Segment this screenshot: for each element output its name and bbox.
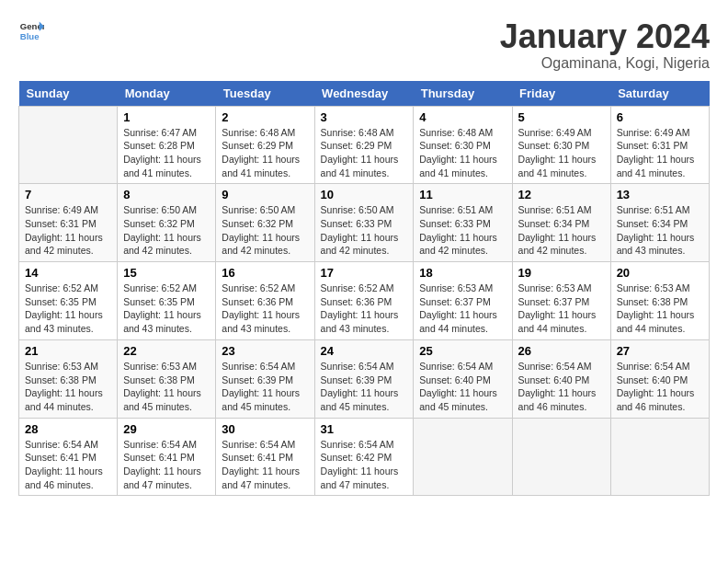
day-number: 13	[617, 188, 703, 201]
day-number: 29	[123, 422, 210, 436]
day-info: Sunrise: 6:54 AM Sunset: 6:40 PM Dayligh…	[419, 360, 506, 414]
day-number: 17	[321, 266, 408, 280]
day-info: Sunrise: 6:52 AM Sunset: 6:36 PM Dayligh…	[222, 282, 308, 336]
calendar-cell: 30Sunrise: 6:54 AM Sunset: 6:41 PM Dayli…	[216, 418, 314, 496]
day-info: Sunrise: 6:47 AM Sunset: 6:28 PM Dayligh…	[123, 126, 210, 180]
day-number: 6	[617, 110, 703, 124]
day-number: 10	[321, 188, 408, 201]
day-info: Sunrise: 6:52 AM Sunset: 6:35 PM Dayligh…	[123, 282, 210, 336]
logo-icon: General Blue	[18, 18, 44, 44]
day-info: Sunrise: 6:54 AM Sunset: 6:41 PM Dayligh…	[123, 438, 210, 492]
day-info: Sunrise: 6:52 AM Sunset: 6:36 PM Dayligh…	[321, 282, 408, 336]
day-of-week-header: Tuesday	[216, 81, 314, 107]
calendar-cell: 31Sunrise: 6:54 AM Sunset: 6:42 PM Dayli…	[314, 418, 414, 496]
calendar-cell: 19Sunrise: 6:53 AM Sunset: 6:37 PM Dayli…	[512, 262, 610, 340]
day-info: Sunrise: 6:54 AM Sunset: 6:40 PM Dayligh…	[518, 360, 605, 414]
day-of-week-header: Sunday	[19, 81, 118, 107]
calendar-cell	[610, 418, 709, 496]
day-info: Sunrise: 6:53 AM Sunset: 6:38 PM Dayligh…	[617, 282, 703, 336]
calendar-cell: 22Sunrise: 6:53 AM Sunset: 6:38 PM Dayli…	[118, 339, 216, 418]
calendar-cell: 2Sunrise: 6:48 AM Sunset: 6:29 PM Daylig…	[216, 106, 314, 184]
day-info: Sunrise: 6:50 AM Sunset: 6:32 PM Dayligh…	[222, 203, 308, 258]
calendar-cell: 12Sunrise: 6:51 AM Sunset: 6:34 PM Dayli…	[512, 184, 610, 262]
day-number: 25	[419, 344, 506, 358]
day-number: 11	[419, 188, 506, 201]
calendar-cell	[19, 106, 118, 184]
day-number: 9	[222, 188, 308, 201]
calendar-cell: 17Sunrise: 6:52 AM Sunset: 6:36 PM Dayli…	[314, 262, 414, 340]
calendar-cell: 9Sunrise: 6:50 AM Sunset: 6:32 PM Daylig…	[216, 184, 314, 262]
day-info: Sunrise: 6:49 AM Sunset: 6:30 PM Dayligh…	[518, 126, 605, 180]
calendar-week-row: 7Sunrise: 6:49 AM Sunset: 6:31 PM Daylig…	[19, 184, 710, 262]
day-info: Sunrise: 6:51 AM Sunset: 6:34 PM Dayligh…	[617, 203, 703, 258]
calendar-week-row: 28Sunrise: 6:54 AM Sunset: 6:41 PM Dayli…	[19, 418, 710, 496]
day-number: 2	[222, 110, 308, 124]
calendar-cell: 7Sunrise: 6:49 AM Sunset: 6:31 PM Daylig…	[19, 184, 118, 262]
calendar-cell: 25Sunrise: 6:54 AM Sunset: 6:40 PM Dayli…	[414, 339, 512, 418]
day-info: Sunrise: 6:50 AM Sunset: 6:33 PM Dayligh…	[321, 203, 408, 258]
calendar-week-row: 1Sunrise: 6:47 AM Sunset: 6:28 PM Daylig…	[19, 106, 710, 184]
day-of-week-header: Saturday	[610, 81, 709, 107]
calendar-cell	[414, 418, 512, 496]
calendar-cell: 3Sunrise: 6:48 AM Sunset: 6:29 PM Daylig…	[314, 106, 414, 184]
day-number: 23	[222, 344, 308, 358]
day-number: 30	[222, 422, 308, 436]
day-number: 28	[25, 422, 111, 436]
day-info: Sunrise: 6:51 AM Sunset: 6:34 PM Dayligh…	[518, 203, 605, 258]
day-number: 8	[123, 188, 210, 201]
svg-text:Blue: Blue	[20, 31, 40, 41]
calendar-cell: 23Sunrise: 6:54 AM Sunset: 6:39 PM Dayli…	[216, 339, 314, 418]
day-number: 14	[25, 266, 111, 280]
calendar-cell	[512, 418, 610, 496]
day-number: 18	[419, 266, 506, 280]
day-number: 19	[518, 266, 605, 280]
calendar-cell: 21Sunrise: 6:53 AM Sunset: 6:38 PM Dayli…	[19, 339, 118, 418]
day-info: Sunrise: 6:53 AM Sunset: 6:38 PM Dayligh…	[123, 360, 210, 414]
day-info: Sunrise: 6:54 AM Sunset: 6:39 PM Dayligh…	[222, 360, 308, 414]
calendar-cell: 27Sunrise: 6:54 AM Sunset: 6:40 PM Dayli…	[610, 339, 709, 418]
day-info: Sunrise: 6:49 AM Sunset: 6:31 PM Dayligh…	[617, 126, 703, 180]
calendar-cell: 18Sunrise: 6:53 AM Sunset: 6:37 PM Dayli…	[414, 262, 512, 340]
calendar-week-row: 21Sunrise: 6:53 AM Sunset: 6:38 PM Dayli…	[19, 339, 710, 418]
page-header: General Blue January 2024 Ogaminana, Kog…	[18, 18, 710, 72]
calendar-cell: 11Sunrise: 6:51 AM Sunset: 6:33 PM Dayli…	[414, 184, 512, 262]
day-info: Sunrise: 6:51 AM Sunset: 6:33 PM Dayligh…	[419, 203, 506, 258]
day-info: Sunrise: 6:48 AM Sunset: 6:30 PM Dayligh…	[419, 126, 506, 180]
day-number: 15	[123, 266, 210, 280]
day-number: 20	[617, 266, 703, 280]
day-of-week-header: Wednesday	[314, 81, 414, 107]
day-info: Sunrise: 6:48 AM Sunset: 6:29 PM Dayligh…	[321, 126, 408, 180]
day-number: 24	[321, 344, 408, 358]
day-info: Sunrise: 6:54 AM Sunset: 6:42 PM Dayligh…	[321, 438, 408, 492]
day-info: Sunrise: 6:54 AM Sunset: 6:41 PM Dayligh…	[25, 438, 111, 492]
logo: General Blue	[18, 18, 44, 44]
calendar-cell: 15Sunrise: 6:52 AM Sunset: 6:35 PM Dayli…	[118, 262, 216, 340]
calendar-table: SundayMondayTuesdayWednesdayThursdayFrid…	[18, 81, 710, 497]
day-info: Sunrise: 6:53 AM Sunset: 6:37 PM Dayligh…	[419, 282, 506, 336]
day-number: 5	[518, 110, 605, 124]
day-number: 16	[222, 266, 308, 280]
day-number: 22	[123, 344, 210, 358]
calendar-cell: 28Sunrise: 6:54 AM Sunset: 6:41 PM Dayli…	[19, 418, 118, 496]
day-number: 31	[321, 422, 408, 436]
day-number: 21	[25, 344, 111, 358]
calendar-week-row: 14Sunrise: 6:52 AM Sunset: 6:35 PM Dayli…	[19, 262, 710, 340]
calendar-cell: 10Sunrise: 6:50 AM Sunset: 6:33 PM Dayli…	[314, 184, 414, 262]
day-info: Sunrise: 6:53 AM Sunset: 6:38 PM Dayligh…	[25, 360, 111, 414]
calendar-cell: 29Sunrise: 6:54 AM Sunset: 6:41 PM Dayli…	[118, 418, 216, 496]
day-number: 1	[123, 110, 210, 124]
day-info: Sunrise: 6:53 AM Sunset: 6:37 PM Dayligh…	[518, 282, 605, 336]
day-info: Sunrise: 6:54 AM Sunset: 6:40 PM Dayligh…	[617, 360, 703, 414]
calendar-cell: 24Sunrise: 6:54 AM Sunset: 6:39 PM Dayli…	[314, 339, 414, 418]
calendar-cell: 6Sunrise: 6:49 AM Sunset: 6:31 PM Daylig…	[610, 106, 709, 184]
calendar-cell: 26Sunrise: 6:54 AM Sunset: 6:40 PM Dayli…	[512, 339, 610, 418]
day-of-week-header: Monday	[118, 81, 216, 107]
calendar-cell: 20Sunrise: 6:53 AM Sunset: 6:38 PM Dayli…	[610, 262, 709, 340]
calendar-cell: 8Sunrise: 6:50 AM Sunset: 6:32 PM Daylig…	[118, 184, 216, 262]
day-number: 3	[321, 110, 408, 124]
day-number: 7	[25, 188, 111, 201]
calendar-header-row: SundayMondayTuesdayWednesdayThursdayFrid…	[19, 81, 710, 107]
day-number: 27	[617, 344, 703, 358]
day-info: Sunrise: 6:52 AM Sunset: 6:35 PM Dayligh…	[25, 282, 111, 336]
calendar-cell: 5Sunrise: 6:49 AM Sunset: 6:30 PM Daylig…	[512, 106, 610, 184]
